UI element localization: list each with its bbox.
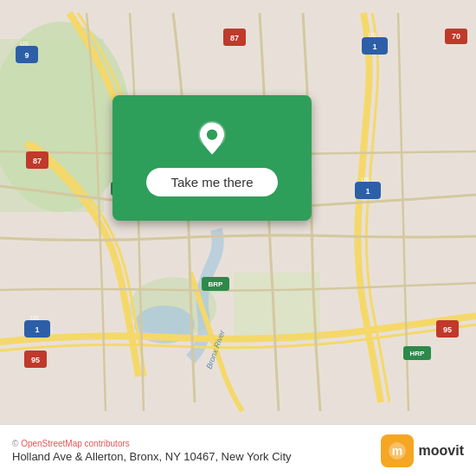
take-me-there-button[interactable]: Take me there [146,168,277,196]
svg-rect-2 [0,39,104,212]
svg-text:US: US [368,32,376,38]
svg-text:US: US [20,41,29,47]
svg-text:US: US [361,177,370,183]
location-card: Take me there [113,95,312,221]
svg-text:95: 95 [443,325,452,334]
bottom-bar: © OpenStreetMap contributors Holland Ave… [0,424,476,476]
moovit-text: moovit [419,443,464,459]
address-line: Holland Ave & Allerton, Bronx, NY 10467,… [12,450,292,463]
svg-text:87: 87 [230,34,239,42]
svg-text:9: 9 [24,51,29,60]
map-container: 9 US 87 87 1 US 1 US 1 US 95 [0,0,476,424]
svg-point-36 [207,129,217,139]
location-pin-icon [193,119,231,158]
svg-rect-4 [234,273,320,342]
app: 9 US 87 87 1 US 1 US 1 US 95 [0,0,476,476]
openstreetmap-link[interactable]: OpenStreetMap contributors [21,439,130,448]
svg-text:1: 1 [35,325,39,334]
svg-text:87: 87 [33,157,42,165]
svg-text:1: 1 [365,187,370,196]
moovit-logo: m moovit [381,434,464,467]
svg-text:95: 95 [31,356,40,364]
svg-text:m: m [391,444,402,458]
svg-text:BRP: BRP [209,280,224,288]
copyright-line: © OpenStreetMap contributors [12,439,292,448]
svg-text:HRP: HRP [410,350,426,357]
moovit-icon: m [381,434,414,467]
copyright-symbol: © [12,439,18,448]
svg-text:70: 70 [452,32,460,41]
moovit-logo-icon: m [387,441,408,461]
bottom-left: © OpenStreetMap contributors Holland Ave… [12,439,292,463]
svg-text:1: 1 [372,42,376,51]
svg-text:US: US [30,315,39,321]
